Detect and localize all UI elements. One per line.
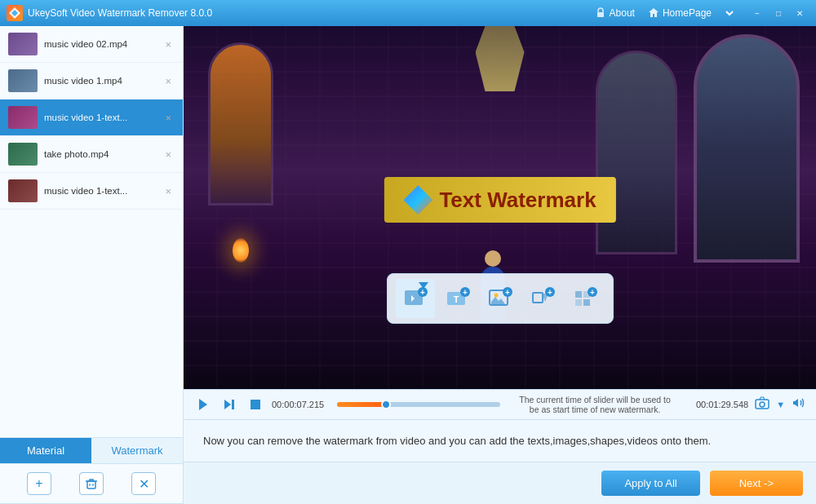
svg-text:+: + bbox=[590, 288, 595, 297]
arch-window-center bbox=[596, 51, 677, 254]
about-label: About bbox=[610, 7, 635, 19]
minimize-button[interactable]: − bbox=[747, 5, 767, 21]
file-remove-button[interactable]: × bbox=[162, 37, 175, 52]
player-controls: 00:00:07.215 The current time of slider … bbox=[184, 389, 816, 419]
file-list: music video 02.mp4×music video 1.mp4×mus… bbox=[0, 26, 183, 437]
svg-rect-28 bbox=[232, 400, 234, 409]
footer-bar: Apply to All Next -> bbox=[184, 462, 816, 504]
homepage-nav[interactable]: HomePage bbox=[648, 7, 712, 19]
home-icon bbox=[648, 7, 659, 19]
file-remove-button[interactable]: × bbox=[162, 147, 175, 162]
file-thumbnail bbox=[8, 106, 38, 129]
chevron-down-icon bbox=[725, 8, 734, 18]
file-list-item-3[interactable]: music video 1-text...× bbox=[0, 99, 183, 136]
camera-icon bbox=[755, 396, 769, 409]
file-thumbnail bbox=[8, 179, 38, 202]
svg-text:+: + bbox=[505, 288, 510, 297]
delete-file-button[interactable] bbox=[79, 472, 104, 495]
file-list-item-5[interactable]: music video 1-text...× bbox=[0, 173, 183, 210]
svg-rect-3 bbox=[87, 481, 95, 489]
add-media-button[interactable]: + bbox=[396, 279, 435, 318]
dropdown-indicator bbox=[419, 282, 428, 289]
next-button[interactable]: Next -> bbox=[710, 471, 803, 496]
svg-text:+: + bbox=[548, 288, 552, 297]
svg-rect-22 bbox=[575, 299, 582, 306]
play-button[interactable] bbox=[193, 395, 213, 414]
file-list-item-4[interactable]: take photo.mp4× bbox=[0, 136, 183, 173]
tab-material[interactable]: Material bbox=[0, 438, 91, 463]
info-message: Now you can remove the watermark from vi… bbox=[203, 435, 711, 447]
window-controls: − □ ✕ bbox=[747, 5, 809, 21]
dropdown-nav[interactable] bbox=[725, 8, 734, 18]
main-container: music video 02.mp4×music video 1.mp4×mus… bbox=[0, 26, 816, 504]
content-area: Text Watermark + T bbox=[184, 26, 816, 504]
file-remove-button[interactable]: × bbox=[162, 183, 175, 199]
file-name: music video 1-text... bbox=[44, 113, 155, 122]
watermark-icon bbox=[403, 185, 432, 214]
add-text-button[interactable]: T + bbox=[438, 279, 477, 318]
app-title: UkeySoft Video Watermark Remover 8.0.0 bbox=[28, 7, 595, 19]
time-total: 00:01:29.548 bbox=[690, 400, 748, 409]
remove-watermark-button[interactable]: ✕ bbox=[131, 472, 156, 495]
add-shape-icon: + bbox=[530, 287, 555, 310]
file-name: take photo.mp4 bbox=[44, 149, 155, 159]
progress-fill bbox=[337, 402, 386, 407]
sidebar: music video 02.mp4×music video 1.mp4×mus… bbox=[0, 26, 184, 504]
volume-button[interactable] bbox=[792, 396, 806, 413]
add-image-icon: + bbox=[488, 287, 512, 310]
nav-items: About HomePage bbox=[595, 7, 734, 19]
file-thumbnail bbox=[8, 33, 38, 55]
svg-rect-20 bbox=[575, 291, 582, 298]
svg-rect-23 bbox=[583, 299, 590, 306]
file-name: music video 02.mp4 bbox=[44, 39, 155, 49]
mosaic-icon: + bbox=[573, 287, 597, 310]
file-list-item-1[interactable]: music video 02.mp4× bbox=[0, 26, 183, 63]
svg-point-31 bbox=[760, 402, 765, 407]
lock-icon bbox=[595, 7, 606, 19]
add-shape-button[interactable]: + bbox=[523, 279, 562, 318]
file-remove-button[interactable]: × bbox=[162, 73, 175, 89]
file-remove-button[interactable]: × bbox=[162, 110, 175, 126]
add-image-button[interactable]: + bbox=[481, 279, 520, 318]
add-text-icon: T + bbox=[446, 287, 470, 310]
chandelier bbox=[476, 26, 525, 91]
stop-button[interactable] bbox=[246, 395, 265, 414]
close-button[interactable]: ✕ bbox=[790, 5, 809, 21]
watermark-overlay[interactable]: Text Watermark bbox=[384, 177, 615, 223]
file-thumbnail bbox=[8, 69, 38, 92]
volume-down-icon[interactable]: ▼ bbox=[776, 400, 785, 409]
toolbar-icons: + T + bbox=[387, 273, 614, 324]
add-media-icon: + bbox=[403, 287, 428, 310]
apply-to-all-button[interactable]: Apply to All bbox=[601, 471, 699, 496]
svg-rect-2 bbox=[597, 12, 604, 17]
play-icon bbox=[197, 398, 210, 411]
tab-watermark[interactable]: Watermark bbox=[91, 438, 183, 463]
file-list-item-2[interactable]: music video 1.mp4× bbox=[0, 63, 183, 99]
about-nav[interactable]: About bbox=[595, 7, 635, 19]
video-preview: Text Watermark + T bbox=[184, 26, 816, 389]
mosaic-button[interactable]: + bbox=[565, 279, 605, 318]
svg-marker-26 bbox=[199, 399, 207, 410]
arch-window-right bbox=[694, 34, 800, 263]
tab-actions: + ✕ bbox=[0, 464, 183, 504]
homepage-label: HomePage bbox=[663, 7, 712, 19]
progress-thumb bbox=[381, 400, 391, 409]
restore-button[interactable]: □ bbox=[769, 5, 788, 21]
time-current: 00:00:07.215 bbox=[272, 400, 330, 409]
progress-bar[interactable] bbox=[337, 402, 500, 407]
hint-text: The current time of slider will be used … bbox=[507, 395, 683, 414]
svg-rect-17 bbox=[533, 293, 543, 303]
step-button[interactable] bbox=[220, 395, 239, 414]
watermark-text: Text Watermark bbox=[439, 188, 596, 213]
svg-text:T: T bbox=[453, 294, 459, 304]
screenshot-button[interactable] bbox=[755, 396, 769, 413]
svg-point-14 bbox=[494, 293, 498, 297]
add-file-button[interactable]: + bbox=[27, 472, 51, 495]
svg-marker-27 bbox=[224, 400, 231, 409]
stop-icon bbox=[250, 399, 261, 410]
video-background: Text Watermark bbox=[184, 26, 816, 389]
svg-text:+: + bbox=[463, 288, 468, 297]
file-name: music video 1.mp4 bbox=[44, 76, 155, 86]
volume-icon bbox=[792, 396, 806, 409]
lantern bbox=[233, 238, 249, 263]
